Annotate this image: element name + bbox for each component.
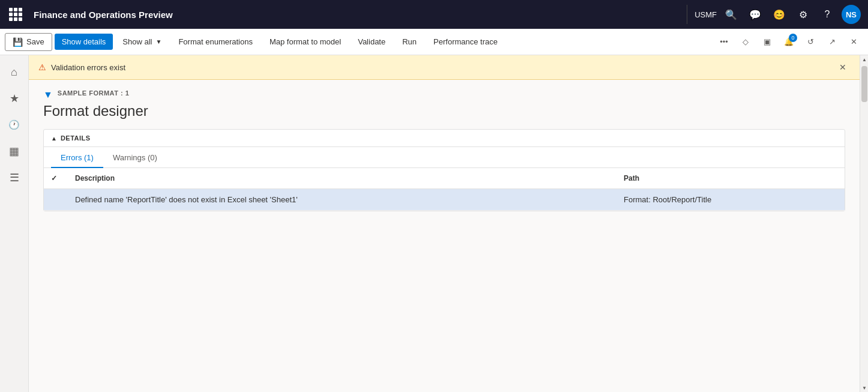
more-options-button[interactable]: •••	[714, 32, 734, 52]
star-icon: ★	[10, 92, 19, 105]
scroll-thumb[interactable]	[861, 66, 867, 102]
settings-button[interactable]: ⚙	[794, 5, 813, 24]
validation-banner-close-button[interactable]: ✕	[836, 60, 850, 74]
content-area: ⚠ Validation errors exist ✕ ▼ SAMPLE FOR…	[29, 55, 860, 392]
sidebar-item-favorites[interactable]: ★	[2, 86, 26, 110]
search-button[interactable]: 🔍	[722, 5, 741, 24]
layout-icon: ▣	[764, 37, 771, 46]
open-new-button[interactable]: ↗	[822, 32, 842, 52]
scroll-up-button[interactable]: ▲	[860, 55, 868, 64]
sidebar: ⌂ ★ 🕐 ▦ ☰	[0, 55, 29, 392]
map-format-button[interactable]: Map format to model	[262, 34, 348, 50]
diamond-button[interactable]: ◇	[736, 32, 755, 52]
app-title: Finance and Operations Preview	[31, 10, 680, 20]
details-header-text: DETAILS	[61, 134, 91, 142]
row-path-cell: Format: Root/Report/Title	[616, 189, 773, 211]
row-check-cell	[44, 189, 68, 211]
company-label: USMF	[695, 10, 717, 19]
sidebar-item-home[interactable]: ⌂	[2, 60, 26, 84]
chat-button[interactable]: 💬	[746, 5, 765, 24]
clock-icon: 🕐	[8, 119, 20, 130]
apps-grid-icon	[9, 8, 22, 21]
sidebar-item-recent[interactable]: 🕐	[2, 113, 26, 137]
format-enumerations-button[interactable]: Format enumerations	[171, 34, 260, 50]
warning-icon: ⚠	[38, 62, 46, 72]
breadcrumb: SAMPLE FORMAT : 1	[58, 89, 130, 97]
col-extra	[773, 168, 845, 189]
help-button[interactable]: ?	[818, 5, 837, 24]
table-body: Defined name 'ReportTitle' does not exis…	[44, 189, 845, 211]
details-table: ✓ Description Path	[44, 168, 845, 211]
page-title: Format designer	[43, 103, 845, 119]
scrollbar[interactable]: ▲ ▼	[860, 55, 868, 392]
col-description: Description	[68, 168, 616, 189]
check-header-icon: ✓	[51, 174, 57, 182]
top-bar-right: USMF 🔍 💬 😊 ⚙ ? NS	[695, 5, 861, 24]
validation-banner: ⚠ Validation errors exist ✕	[29, 55, 860, 80]
page-content: ▼ SAMPLE FORMAT : 1 Format designer ▲ DE…	[29, 80, 860, 392]
validate-button[interactable]: Validate	[351, 34, 393, 50]
show-all-dropdown-arrow: ▼	[156, 38, 162, 45]
close-button[interactable]: ✕	[844, 32, 863, 52]
refresh-button[interactable]: ↺	[801, 32, 820, 52]
refresh-icon: ↺	[807, 37, 814, 46]
save-button[interactable]: 💾 Save	[5, 33, 52, 51]
diamond-icon: ◇	[743, 37, 749, 46]
list-icon: ☰	[10, 171, 19, 184]
user-avatar[interactable]: NS	[842, 5, 861, 24]
run-button[interactable]: Run	[395, 34, 424, 50]
table-header: ✓ Description Path	[44, 168, 845, 189]
details-header[interactable]: ▲ DETAILS	[44, 130, 845, 147]
filter-icon[interactable]: ▼	[43, 89, 53, 100]
details-tabs: Errors (1) Warnings (0)	[44, 147, 845, 168]
apps-launcher-button[interactable]	[7, 6, 24, 23]
row-extra-cell	[773, 189, 845, 211]
layout-button[interactable]: ▣	[758, 32, 777, 52]
details-table-container: ✓ Description Path	[44, 168, 845, 211]
table-row[interactable]: Defined name 'ReportTitle' does not exis…	[44, 189, 845, 211]
home-icon: ⌂	[11, 66, 17, 79]
more-icon: •••	[720, 37, 728, 46]
grid-icon: ▦	[9, 145, 19, 158]
row-description-cell: Defined name 'ReportTitle' does not exis…	[68, 189, 616, 211]
notification-button[interactable]: 🔔 0	[779, 32, 798, 52]
show-all-button[interactable]: Show all ▼	[115, 34, 169, 50]
open-new-icon: ↗	[829, 37, 836, 46]
toolbar: 💾 Save Show details Show all ▼ Format en…	[0, 29, 868, 55]
tab-errors[interactable]: Errors (1)	[51, 147, 103, 168]
top-bar: Finance and Operations Preview USMF 🔍 💬 …	[0, 0, 868, 29]
feedback-button[interactable]: 😊	[770, 5, 789, 24]
scroll-down-button[interactable]: ▼	[860, 384, 868, 392]
main-layout: ⌂ ★ 🕐 ▦ ☰ ⚠ Validation errors exist ✕	[0, 55, 868, 392]
tab-warnings[interactable]: Warnings (0)	[103, 147, 167, 168]
top-bar-divider	[687, 5, 687, 24]
sidebar-item-workspaces[interactable]: ▦	[2, 139, 26, 163]
details-section: ▲ DETAILS Errors (1) Warnings (0)	[43, 129, 845, 211]
close-icon: ✕	[851, 37, 857, 46]
scroll-track	[860, 64, 868, 384]
notification-badge: 0	[789, 34, 797, 42]
validation-message: Validation errors exist	[51, 63, 831, 72]
col-check: ✓	[44, 168, 68, 189]
performance-trace-button[interactable]: Performance trace	[426, 34, 505, 50]
save-icon: 💾	[13, 37, 23, 47]
col-path: Path	[616, 168, 773, 189]
show-details-button[interactable]: Show details	[55, 34, 113, 50]
sidebar-item-modules[interactable]: ☰	[2, 166, 26, 190]
collapse-icon: ▲	[51, 135, 57, 142]
